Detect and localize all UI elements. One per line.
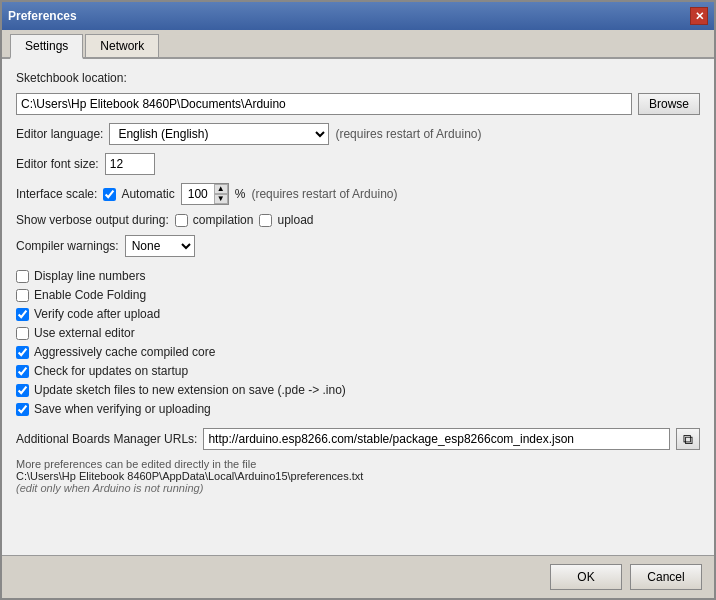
tabs-bar: Settings Network: [2, 30, 714, 59]
verbose-label: Show verbose output during:: [16, 213, 169, 227]
checkboxes-group: Display line numbers Enable Code Folding…: [16, 265, 700, 420]
checkbox-enable-code-folding: Enable Code Folding: [16, 288, 700, 302]
scale-up-btn[interactable]: ▲: [214, 184, 228, 194]
checkbox-display-line-numbers-input[interactable]: [16, 270, 29, 283]
compilation-checkbox-label: compilation: [175, 213, 254, 227]
info-line1: More preferences can be edited directly …: [16, 458, 700, 470]
upload-checkbox-label: upload: [259, 213, 313, 227]
sketchbook-row: Browse: [16, 93, 700, 115]
boards-url-folder-btn[interactable]: ⧉: [676, 428, 700, 450]
info-line3: (edit only when Arduino is not running): [16, 482, 700, 494]
preferences-window: Preferences ✕ Settings Network Sketchboo…: [0, 0, 716, 600]
editor-font-row: Editor font size:: [16, 153, 700, 175]
checkbox-aggressively-cache: Aggressively cache compiled core: [16, 345, 700, 359]
info-section: More preferences can be edited directly …: [16, 458, 700, 494]
window-title: Preferences: [8, 9, 77, 23]
cancel-button[interactable]: Cancel: [630, 564, 702, 590]
scale-down-btn[interactable]: ▼: [214, 194, 228, 204]
boards-url-row: Additional Boards Manager URLs: ⧉: [16, 428, 700, 450]
scale-input[interactable]: [182, 184, 214, 204]
title-bar: Preferences ✕: [2, 2, 714, 30]
settings-content: Sketchbook location: Browse Editor langu…: [2, 59, 714, 555]
upload-checkbox[interactable]: [259, 214, 272, 227]
checkbox-update-sketch: Update sketch files to new extension on …: [16, 383, 700, 397]
scale-note: (requires restart of Arduino): [251, 187, 397, 201]
editor-font-input[interactable]: [105, 153, 155, 175]
tab-settings[interactable]: Settings: [10, 34, 83, 59]
verbose-row: Show verbose output during: compilation …: [16, 213, 700, 227]
interface-scale-label: Interface scale:: [16, 187, 97, 201]
ok-button[interactable]: OK: [550, 564, 622, 590]
checkbox-enable-code-folding-input[interactable]: [16, 289, 29, 302]
compilation-checkbox[interactable]: [175, 214, 188, 227]
scale-unit: %: [235, 187, 246, 201]
checkbox-check-updates: Check for updates on startup: [16, 364, 700, 378]
compiler-warnings-row: Compiler warnings: None: [16, 235, 700, 257]
browse-button[interactable]: Browse: [638, 93, 700, 115]
checkbox-check-updates-input[interactable]: [16, 365, 29, 378]
compiler-warnings-label: Compiler warnings:: [16, 239, 119, 253]
footer: OK Cancel: [2, 555, 714, 598]
editor-language-select[interactable]: English (English): [109, 123, 329, 145]
checkbox-external-editor-input[interactable]: [16, 327, 29, 340]
sketchbook-label-row: Sketchbook location:: [16, 71, 700, 85]
editor-language-label: Editor language:: [16, 127, 103, 141]
boards-url-label: Additional Boards Manager URLs:: [16, 432, 197, 446]
info-line2: C:\Users\Hp Elitebook 8460P\AppData\Loca…: [16, 470, 700, 482]
compiler-warnings-select[interactable]: None: [125, 235, 195, 257]
checkbox-save-when-verifying-input[interactable]: [16, 403, 29, 416]
editor-language-row: Editor language: English (English) (requ…: [16, 123, 700, 145]
scale-spinner: ▲ ▼: [181, 183, 229, 205]
editor-font-label: Editor font size:: [16, 157, 99, 171]
checkbox-verify-code-input[interactable]: [16, 308, 29, 321]
checkbox-verify-code: Verify code after upload: [16, 307, 700, 321]
boards-url-input[interactable]: [203, 428, 670, 450]
checkbox-update-sketch-input[interactable]: [16, 384, 29, 397]
auto-checkbox[interactable]: [103, 188, 116, 201]
interface-scale-row: Interface scale: Automatic ▲ ▼ % (requir…: [16, 183, 700, 205]
editor-language-note: (requires restart of Arduino): [335, 127, 481, 141]
tab-network[interactable]: Network: [85, 34, 159, 57]
checkbox-display-line-numbers: Display line numbers: [16, 269, 700, 283]
auto-checkbox-label: Automatic: [103, 187, 174, 201]
close-button[interactable]: ✕: [690, 7, 708, 25]
checkbox-save-when-verifying: Save when verifying or uploading: [16, 402, 700, 416]
sketchbook-input[interactable]: [16, 93, 632, 115]
checkbox-external-editor: Use external editor: [16, 326, 700, 340]
checkbox-aggressively-cache-input[interactable]: [16, 346, 29, 359]
